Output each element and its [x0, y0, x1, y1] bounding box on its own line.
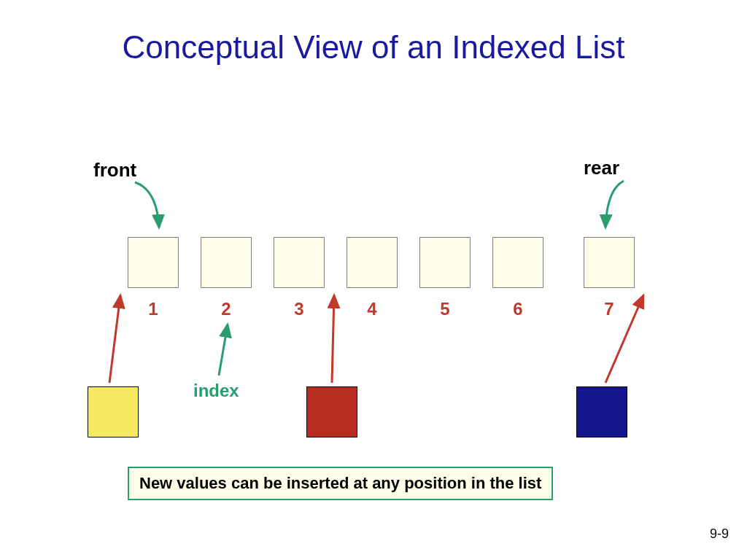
label-rear: rear	[584, 157, 619, 179]
insert-box-yellow	[88, 386, 139, 438]
index-1: 1	[128, 299, 179, 319]
label-index: index	[193, 381, 239, 401]
arrow-index-icon	[219, 324, 228, 376]
list-cell-1	[128, 237, 179, 288]
arrow-insert-yellow-icon	[109, 295, 120, 383]
slide: Conceptual View of an Indexed List front…	[0, 0, 747, 560]
list-cell-5	[419, 237, 471, 288]
index-5: 5	[419, 299, 471, 319]
insert-box-blue	[576, 386, 627, 438]
list-cell-4	[347, 237, 398, 288]
page-number: 9-9	[710, 526, 729, 542]
arrow-front-icon	[135, 182, 159, 228]
arrow-insert-red-icon	[332, 295, 334, 383]
list-cell-3	[274, 237, 325, 288]
list-cell-6	[492, 237, 543, 288]
index-6: 6	[492, 299, 543, 319]
list-cell-2	[201, 237, 252, 288]
list-cell-7	[584, 237, 635, 288]
index-7: 7	[584, 299, 635, 319]
insert-box-red	[306, 386, 357, 438]
index-3: 3	[274, 299, 325, 319]
caption-box: New values can be inserted at any positi…	[128, 467, 553, 500]
label-front: front	[93, 159, 136, 182]
index-4: 4	[347, 299, 398, 319]
slide-title: Conceptual View of an Indexed List	[0, 29, 747, 66]
index-2: 2	[201, 299, 252, 319]
arrow-rear-icon	[605, 181, 624, 228]
